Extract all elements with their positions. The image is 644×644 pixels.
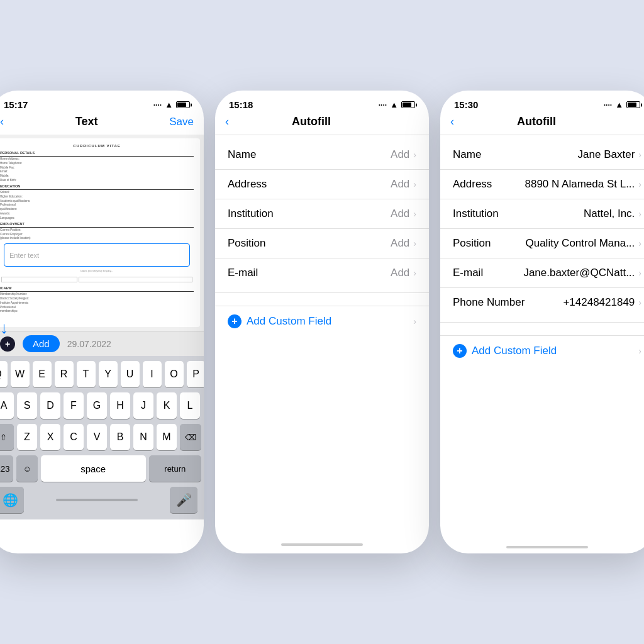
autofill-item-institution-filled[interactable]: Institution Nattel, Inc. ›: [440, 199, 644, 229]
chevron-email: ›: [413, 268, 416, 278]
autofill-value-institution-f: Nattel, Inc. ›: [584, 208, 641, 220]
key-y[interactable]: Y: [99, 361, 118, 387]
keyboard-row-1: Q W E R T Y U I O P: [0, 361, 201, 387]
key-w[interactable]: W: [11, 361, 30, 387]
wifi-icon-3: ▲: [615, 100, 623, 109]
numbers-key[interactable]: 123: [0, 455, 13, 482]
key-f[interactable]: F: [64, 392, 84, 419]
signal-icon-2: ····: [379, 101, 387, 109]
microphone-icon[interactable]: 🎤: [170, 487, 197, 513]
chevron-address-f: ›: [638, 179, 641, 189]
battery-icon-3: [626, 101, 640, 108]
key-c[interactable]: C: [64, 424, 84, 450]
autofill-label-name-f: Name: [453, 148, 481, 161]
back-button-3[interactable]: ‹: [450, 115, 454, 128]
autofill-item-address-filled[interactable]: Address 8890 N Alameda St L... ›: [440, 170, 644, 199]
chevron-position-f: ›: [638, 238, 641, 248]
autofill-label-position-f: Position: [453, 237, 491, 250]
add-custom-field-btn-2[interactable]: + Add Custom Field ›: [215, 306, 429, 336]
plus-circle-icon-2: +: [228, 314, 242, 328]
key-t[interactable]: T: [77, 361, 96, 387]
key-a[interactable]: A: [0, 392, 14, 419]
key-p[interactable]: P: [187, 361, 204, 387]
autofill-value-phone-f: +14248421849 ›: [563, 296, 641, 309]
key-n[interactable]: N: [133, 424, 153, 450]
autofill-list-empty: Name Add › Address Add › Institution Add…: [215, 135, 429, 292]
phone-autofill-empty: 15:18 ···· ▲ ‹ Autofill Name Add ›: [215, 91, 429, 553]
autofill-item-phone-filled[interactable]: Phone Number +14248421849 ›: [440, 288, 644, 317]
autofill-label-institution-f: Institution: [453, 208, 499, 220]
autofill-item-email[interactable]: E-mail Add ›: [215, 258, 429, 287]
key-d[interactable]: D: [40, 392, 60, 419]
back-button-2[interactable]: ‹: [225, 115, 229, 128]
chevron-email-f: ›: [638, 268, 641, 278]
phone-autofill-filled: 15:30 ···· ▲ ‹ Autofill Name Jane Baxter: [440, 91, 644, 553]
key-h[interactable]: H: [110, 392, 130, 419]
shift-key[interactable]: ⇧: [0, 424, 14, 450]
status-icons-2: ···· ▲: [379, 100, 415, 109]
emoji-key[interactable]: ☺: [16, 455, 37, 482]
cv-employment-section: EMPLOYMENT: [0, 222, 194, 228]
delete-key[interactable]: ⌫: [180, 424, 201, 450]
arrow-annotation: ↓: [0, 318, 8, 338]
cv-document: CURRICULUM VITAE PERSONAL DETAILS Home A…: [0, 138, 200, 327]
signal-icon: ····: [153, 101, 162, 109]
status-bar-1: 15:17 ···· ▲: [0, 91, 204, 114]
add-button[interactable]: Add: [23, 335, 60, 352]
key-q[interactable]: Q: [0, 361, 8, 387]
key-l[interactable]: L: [180, 392, 200, 419]
autofill-value-email-f: Jane.baxter@QCNatt... ›: [523, 267, 641, 279]
key-i[interactable]: I: [143, 361, 162, 387]
autofill-item-institution[interactable]: Institution Add ›: [215, 199, 429, 229]
text-input[interactable]: Enter text: [4, 243, 190, 267]
autofill-value-position: Add ›: [391, 237, 416, 250]
add-custom-field-btn-3[interactable]: + Add Custom Field ›: [440, 335, 644, 366]
chevron-institution-f: ›: [638, 209, 641, 219]
key-e[interactable]: E: [33, 361, 52, 387]
home-indicator-3: [440, 546, 644, 548]
battery-icon: [176, 101, 190, 108]
back-button-1[interactable]: ‹: [0, 115, 4, 128]
chevron-custom-2: ›: [413, 316, 416, 326]
career-table: [0, 275, 194, 284]
key-m[interactable]: M: [157, 424, 177, 450]
cv-icaew-section: ICAEW: [0, 286, 194, 292]
autofill-item-position-filled[interactable]: Position Quality Control Mana... ›: [440, 229, 644, 258]
globe-icon[interactable]: 🌐: [0, 487, 24, 513]
key-x[interactable]: X: [40, 424, 60, 450]
text-editor-area: CURRICULUM VITAE PERSONAL DETAILS Home A…: [0, 135, 204, 331]
autofill-label-institution: Institution: [228, 208, 274, 220]
autofill-value-name: Add ›: [391, 148, 416, 161]
status-bar-3: 15:30 ···· ▲: [440, 91, 644, 114]
save-button[interactable]: Save: [169, 116, 194, 128]
toolbar-date: 29.07.2022: [67, 339, 111, 349]
autofill-value-address: Add ›: [391, 178, 416, 191]
key-g[interactable]: G: [87, 392, 107, 419]
status-icons-3: ···· ▲: [604, 100, 640, 109]
add-custom-text-2: Add Custom Field: [247, 315, 331, 328]
autofill-item-address[interactable]: Address Add ›: [215, 170, 429, 199]
page-title-1: Text: [75, 115, 98, 128]
divider-4: [440, 322, 644, 323]
key-u[interactable]: U: [121, 361, 140, 387]
autofill-value-address-f: 8890 N Alameda St L... ›: [525, 178, 641, 191]
autofill-item-position[interactable]: Position Add ›: [215, 229, 429, 258]
autofill-item-name-filled[interactable]: Name Jane Baxter ›: [440, 140, 644, 170]
chevron-address: ›: [413, 179, 416, 189]
key-k[interactable]: K: [157, 392, 177, 419]
nav-bar-1: ‹ Text Save: [0, 114, 204, 135]
space-key[interactable]: space: [41, 455, 146, 482]
chevron-custom-3: ›: [638, 346, 641, 356]
key-j[interactable]: J: [133, 392, 153, 419]
nav-bar-3: ‹ Autofill: [440, 114, 644, 135]
add-icon[interactable]: +: [0, 336, 15, 352]
autofill-item-name[interactable]: Name Add ›: [215, 140, 429, 170]
key-z[interactable]: Z: [17, 424, 37, 450]
autofill-item-email-filled[interactable]: E-mail Jane.baxter@QCNatt... ›: [440, 258, 644, 288]
return-key[interactable]: return: [149, 455, 201, 482]
key-o[interactable]: O: [165, 361, 184, 387]
key-r[interactable]: R: [55, 361, 74, 387]
key-v[interactable]: V: [87, 424, 107, 450]
key-s[interactable]: S: [17, 392, 37, 419]
key-b[interactable]: B: [110, 424, 130, 450]
